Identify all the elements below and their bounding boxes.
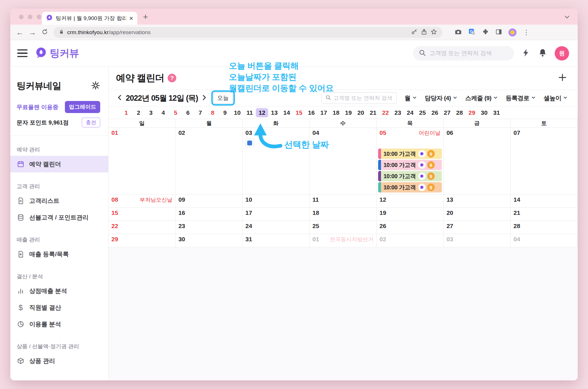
add-reservation-button[interactable] [558, 73, 567, 83]
date-strip-day[interactable]: 16 [305, 108, 318, 117]
calendar-day-cell[interactable]: 25 [310, 221, 376, 234]
sidebar-item[interactable]: 고객리스트 [10, 192, 108, 209]
sidebar-item[interactable]: 상점매출 분석 [10, 283, 108, 299]
date-strip-day[interactable]: 5 [169, 108, 182, 117]
password-key-icon[interactable] [411, 28, 418, 36]
date-strip-day[interactable]: 18 [330, 108, 342, 117]
calendar-day-cell[interactable]: 30 [175, 234, 242, 247]
calendar-day-cell[interactable]: 03 [444, 234, 510, 247]
window-controls[interactable] [19, 15, 41, 19]
help-icon[interactable]: ? [168, 74, 176, 82]
global-search-input[interactable] [430, 50, 508, 57]
calendar-day-cell[interactable]: 08부처님오신날 [109, 194, 175, 207]
menu-hamburger-icon[interactable] [17, 49, 28, 57]
prev-date-chevron-icon[interactable] [116, 94, 123, 102]
zoom-window-button[interactable] [37, 15, 41, 19]
sidebar-item[interactable]: $직원별 결산 [10, 299, 108, 316]
calendar-day-cell[interactable]: 12 [377, 194, 444, 207]
calendar-day-cell[interactable]: 29 [109, 234, 175, 247]
sidebar-item[interactable]: 이용률 분석 [10, 316, 108, 332]
address-bar[interactable]: crm.thinkofyou.kr/app/reservations [53, 27, 442, 38]
reservation-chip[interactable]: 10:00 가고객$ [378, 160, 442, 170]
side-panel-icon[interactable] [495, 28, 502, 36]
sidebar-item[interactable]: 선불고객 / 포인트관리 [10, 209, 108, 226]
filter-dropdown[interactable]: 담당자 (4) [425, 94, 458, 102]
date-strip-day[interactable]: 30 [478, 108, 490, 117]
calendar-day-cell[interactable]: 16 [175, 208, 242, 221]
calendar-search-input[interactable] [333, 95, 393, 101]
date-strip-day[interactable]: 4 [157, 108, 169, 117]
reservation-chip[interactable]: 10:00 가고객$ [378, 171, 442, 181]
date-strip-day[interactable]: 15 [293, 108, 305, 117]
sidebar-item[interactable]: 예약 캘린더 [10, 156, 108, 172]
calendar-day-cell[interactable]: 14 [511, 194, 578, 207]
calendar-day-cell[interactable]: 15 [109, 208, 175, 221]
calendar-day-cell[interactable]: 04 [310, 128, 376, 194]
calendar-day-cell[interactable]: 05어린이날10:00 가고객$10:00 가고객$10:00 가고객$10:0… [377, 128, 444, 194]
today-button[interactable]: 오늘 [213, 92, 233, 104]
date-strip-day[interactable]: 22 [379, 108, 392, 117]
calendar-day-cell[interactable]: 31 [243, 234, 310, 247]
calendar-day-cell[interactable]: 09 [175, 194, 242, 207]
calendar-day-cell[interactable]: 10 [243, 194, 310, 207]
calendar-day-cell[interactable]: 13 [444, 194, 510, 207]
share-icon[interactable] [421, 28, 428, 36]
date-strip-day[interactable]: 3 [145, 108, 157, 117]
date-strip-day[interactable]: 17 [318, 108, 330, 117]
translate-icon[interactable]: Gx [468, 28, 476, 37]
browser-tab[interactable]: 팅커뷰 | 월 9,900원 가장 합리적인 × [42, 12, 137, 25]
global-search[interactable] [413, 46, 514, 61]
date-strip-day[interactable]: 13 [268, 108, 281, 117]
bookmark-star-icon[interactable] [430, 28, 437, 36]
calendar-day-cell[interactable]: 21 [511, 208, 578, 221]
forward-icon[interactable]: → [29, 29, 36, 36]
selected-day-checkbox[interactable] [245, 139, 254, 147]
tab-close-icon[interactable]: × [129, 15, 133, 22]
calendar-day-cell[interactable]: 19 [377, 208, 444, 221]
settings-gear-icon[interactable] [91, 81, 100, 91]
date-strip-day[interactable]: 26 [429, 108, 441, 117]
extensions-puzzle-icon[interactable] [482, 28, 489, 36]
calendar-day-cell[interactable]: 17 [243, 208, 310, 221]
date-strip-day[interactable]: 21 [367, 108, 379, 117]
calendar-day-cell[interactable]: 27 [444, 221, 510, 234]
calendar-day-cell[interactable]: 07 [511, 128, 578, 194]
date-strip-day[interactable]: 25 [416, 108, 429, 117]
date-strip-day[interactable]: 19 [342, 108, 355, 117]
tab-search-chevron-icon[interactable] [564, 14, 570, 21]
date-strip-day[interactable]: 24 [404, 108, 416, 117]
close-window-button[interactable] [19, 15, 24, 19]
filter-dropdown[interactable]: 월 [405, 94, 417, 102]
date-strip-day-selected[interactable]: 12 [256, 108, 268, 117]
brand-logo[interactable]: 팅커뷰 [35, 46, 79, 60]
calendar-day-cell[interactable]: 24 [243, 221, 310, 234]
date-strip-day[interactable]: 28 [453, 108, 466, 117]
screenshot-camera-icon[interactable] [454, 28, 462, 37]
calendar-day-cell[interactable]: 22 [109, 221, 175, 234]
sidebar-item[interactable]: 매출 등록/목록 [10, 246, 108, 262]
profile-avatar-icon[interactable] [508, 28, 517, 36]
date-strip-day[interactable]: 7 [194, 108, 206, 117]
calendar-day-cell[interactable]: 02 [175, 128, 242, 194]
date-strip-day[interactable]: 10 [231, 108, 243, 117]
calendar-search[interactable] [322, 92, 397, 104]
date-strip-day[interactable]: 23 [392, 108, 404, 117]
sidebar-item[interactable]: 상품 관리 [10, 353, 108, 369]
calendar-day-cell[interactable]: 23 [175, 221, 242, 234]
calendar-day-cell[interactable]: 06 [444, 128, 510, 194]
reservation-chip[interactable]: 10:00 가고객$ [378, 149, 442, 159]
calendar-day-cell[interactable]: 11 [310, 194, 376, 207]
calendar-day-cell[interactable]: 01전국동시지방선거 [310, 234, 376, 247]
minimize-window-button[interactable] [28, 15, 32, 19]
upgrade-button[interactable]: 업그레이드 [65, 101, 100, 113]
back-icon[interactable]: ← [16, 29, 24, 36]
calendar-day-cell[interactable]: 28 [511, 221, 578, 234]
user-avatar[interactable]: 원 [555, 46, 569, 61]
calendar-day-cell[interactable]: 26 [377, 221, 444, 234]
calendar-day-cell[interactable]: 03 [243, 128, 310, 194]
notifications-bell-icon[interactable] [538, 48, 547, 59]
calendar-day-cell[interactable]: 18 [310, 208, 376, 221]
date-strip-day[interactable]: 31 [490, 108, 503, 117]
charge-button[interactable]: 충전 [82, 118, 100, 127]
browser-menu-icon[interactable]: ⋮ [523, 28, 530, 36]
